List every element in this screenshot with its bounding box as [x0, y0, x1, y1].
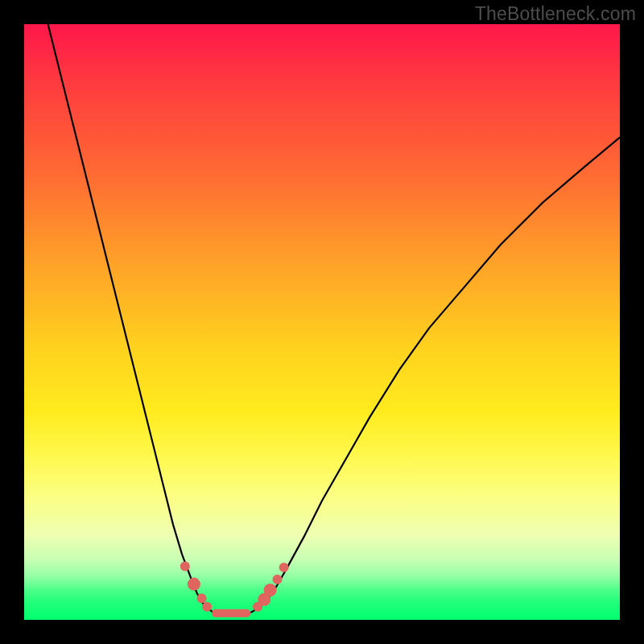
marker-dot	[197, 593, 207, 603]
curve-overlay	[24, 24, 620, 620]
curve-markers	[180, 561, 289, 611]
marker-dot	[279, 563, 289, 572]
marker-dot	[202, 602, 212, 612]
outer-frame: TheBottleneck.com	[0, 0, 644, 644]
marker-dot	[273, 575, 283, 584]
marker-dot	[264, 584, 277, 597]
marker-dot	[180, 561, 190, 571]
watermark-text: TheBottleneck.com	[475, 3, 636, 25]
left-curve	[48, 24, 214, 613]
right-curve	[250, 138, 620, 613]
marker-dot	[188, 578, 200, 591]
flat-bottom-segment	[212, 609, 250, 617]
